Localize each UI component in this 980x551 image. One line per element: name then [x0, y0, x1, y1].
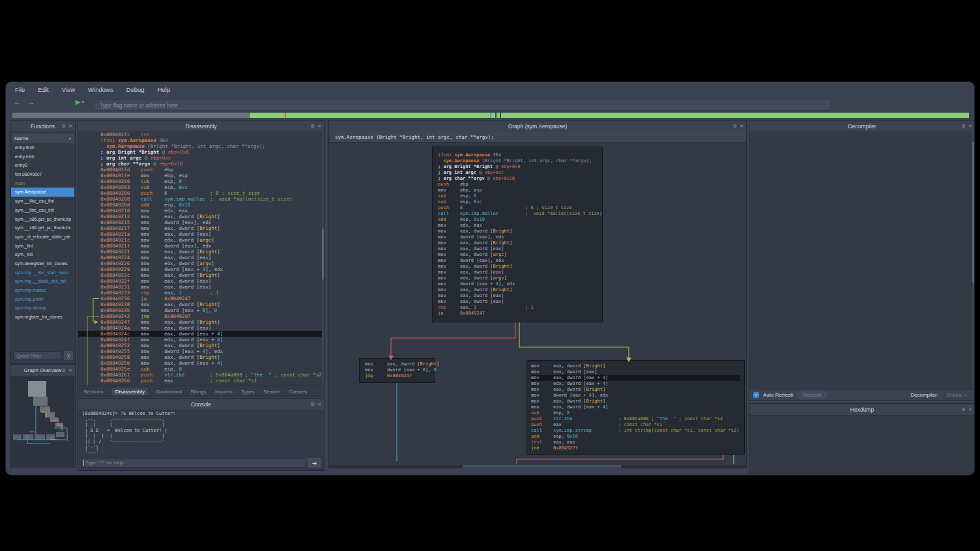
function-item[interactable]: sym.imp.__stack_chk_fail: [11, 277, 74, 286]
asm-line[interactable]: ; arg int argc @ ebp+0xc: [78, 155, 324, 161]
asm-line[interactable]: ; arg int argc @ ebp+0xc: [438, 170, 597, 176]
console-send-button[interactable]: ➔: [308, 458, 321, 468]
asm-line[interactable]: 0x0804921cmovedx, dword [argc]: [78, 237, 324, 243]
menu-item-edit[interactable]: Edit: [38, 86, 48, 93]
asm-line[interactable]: 0x08049200subesp, 8: [78, 178, 324, 184]
asm-line[interactable]: 0x0804923bmovdword [eax + 8], 0: [78, 307, 324, 313]
close-icon[interactable]: ✕: [68, 124, 72, 129]
graph-canvas[interactable]: (fcn) sym.Aeropause 364 sym.Aeropause (B…: [330, 142, 745, 464]
asm-line[interactable]: 0x08049226movedx, dword [argv]: [78, 261, 324, 266]
function-item[interactable]: sym.register_tm_clones: [11, 313, 74, 322]
asm-line[interactable]: 0x080491femovebp, esp: [78, 173, 324, 178]
asm-line[interactable]: 0x08049261pushstr.the; 0x804a008 ; "the …: [78, 372, 324, 378]
asm-line[interactable]: subesp, 8: [531, 410, 740, 416]
asm-line[interactable]: ; arg Bright *Bright @ ebp+0x8: [438, 164, 597, 170]
asm-line[interactable]: 0x08049221moveax, dword [Bright]: [78, 249, 324, 255]
asm-line[interactable]: 0x080491fcret: [78, 132, 324, 137]
asm-line[interactable]: 0x08049203subesp, 0xc: [78, 184, 324, 190]
asm-line[interactable]: moveax, dword [eax]: [438, 293, 597, 299]
tab-search[interactable]: Search: [263, 389, 280, 395]
asm-line[interactable]: ; arg Bright *Bright @ ebp+0x8: [78, 149, 324, 155]
asm-line[interactable]: moveax, dword [eax]: [438, 270, 597, 276]
asm-line[interactable]: (fcn) sym.Aeropause 364: [78, 137, 324, 143]
asm-line[interactable]: movdword [eax + 8], 0: [365, 367, 429, 373]
menu-item-view[interactable]: View: [62, 86, 75, 93]
tab-classes[interactable]: Classes: [288, 389, 306, 395]
asm-line[interactable]: addesp, 0x10: [438, 217, 597, 223]
close-icon[interactable]: ✕: [968, 124, 972, 129]
function-item[interactable]: main: [11, 179, 74, 188]
auto-refresh-checkbox[interactable]: ✓: [753, 392, 759, 398]
asm-line[interactable]: 0x0804922fmoveax, dword [eax]: [78, 278, 324, 284]
asm-line[interactable]: 0x08049242jmp0x80492d7: [78, 313, 324, 319]
asm-line[interactable]: 0x08049247moveax, dword [Bright]: [78, 319, 324, 325]
gear-icon[interactable]: ⚙: [62, 368, 66, 373]
function-item[interactable]: sym.imp.__libc_start_main: [11, 268, 74, 277]
quick-filter-input[interactable]: Quick Filter: [13, 351, 61, 360]
asm-line[interactable]: moveax, dword [eax]: [438, 246, 597, 252]
function-item[interactable]: sym.imp.printf: [11, 295, 74, 304]
asm-line[interactable]: 0x08049215movdword [eax], edx: [78, 219, 324, 225]
asm-line[interactable]: 0x0804925esubesp, 8: [78, 366, 324, 372]
close-icon[interactable]: ✕: [68, 368, 72, 373]
asm-line[interactable]: 0x08049206push8; 8 ; size_t size: [78, 190, 324, 196]
asm-line[interactable]: 0x0804922cmoveax, dword [Bright]: [78, 272, 324, 278]
disassembly-panel-title[interactable]: Disassembly ⚙✕: [78, 120, 324, 132]
quick-filter-clear-button[interactable]: X: [64, 351, 73, 360]
asm-line[interactable]: moveax, dword [Bright]: [531, 399, 740, 404]
close-icon[interactable]: ✕: [317, 402, 321, 407]
close-icon[interactable]: ✕: [317, 124, 321, 129]
debug-start-button[interactable]: ▶▾: [76, 98, 84, 106]
function-item[interactable]: sym.__x86.get_pc_thunk.bp: [11, 215, 74, 224]
asm-line[interactable]: cmpeax, 1; 1: [438, 305, 597, 311]
asm-line[interactable]: movdword [eax], edx: [438, 234, 597, 240]
asm-line[interactable]: pushebp: [438, 182, 597, 188]
function-item[interactable]: sym.Aeropause: [11, 188, 74, 197]
tab-types[interactable]: Types: [241, 389, 255, 395]
asm-line[interactable]: 0x08049229movdword [eax + 4], edx: [78, 266, 324, 272]
graph-node-entry[interactable]: (fcn) sym.Aeropause 364 sym.Aeropause (B…: [432, 147, 603, 322]
asm-line[interactable]: jne0x804927f: [531, 445, 740, 451]
gear-icon[interactable]: ⚙: [733, 124, 737, 129]
function-item[interactable]: sym._dl_relocate_static_pie: [11, 233, 74, 242]
function-item[interactable]: sym.deregister_tm_clones: [11, 259, 74, 268]
asm-line[interactable]: jmp0x80492d7: [365, 373, 429, 379]
asm-line[interactable]: addesp, 0x10: [531, 434, 740, 440]
asm-line[interactable]: 0x0804921amoveax, dword [eax]: [78, 231, 324, 237]
function-item[interactable]: fcn.080490c7: [11, 170, 74, 179]
graph-node-true-branch[interactable]: moveax, dword [Bright]moveax, dword [eax…: [526, 360, 745, 455]
close-icon[interactable]: ✕: [968, 407, 972, 412]
function-item[interactable]: sym.__libc_csu_init: [11, 206, 74, 215]
asm-line[interactable]: pusheax; const char *s1: [531, 422, 740, 428]
decompiler-scrollbar[interactable]: [972, 132, 975, 389]
function-item[interactable]: sym.imp.strcmp: [11, 304, 74, 313]
asm-line[interactable]: movedx, dword [argc]: [438, 252, 597, 258]
asm-line[interactable]: moveax, dword [eax]: [531, 369, 740, 375]
function-item[interactable]: entry.fini0: [11, 143, 74, 152]
asm-line[interactable]: movdword [eax + 4], edx: [531, 393, 740, 399]
asm-line[interactable]: moveax, dword [eax]: [438, 299, 597, 305]
asm-line[interactable]: movdword [eax], edx: [438, 258, 597, 264]
hexdump-panel-title[interactable]: Hexdump ⚙✕: [749, 404, 975, 416]
asm-line[interactable]: 0x08049258moveax, dword [Bright]: [78, 354, 324, 360]
asm-line[interactable]: 0x0804924amoveax, dword [eax]: [78, 325, 324, 331]
asm-line[interactable]: sym.Aeropause (Bright *Bright, int argc,…: [438, 158, 597, 164]
asm-line[interactable]: ja0x8049247: [438, 311, 597, 317]
graph-horizontal-scrollbar[interactable]: [330, 465, 745, 468]
gear-icon[interactable]: ⚙: [62, 124, 66, 129]
functions-panel-title[interactable]: Functions ⚙✕: [10, 120, 75, 132]
close-icon[interactable]: ✕: [740, 124, 743, 129]
asm-line[interactable]: movebp, esp: [438, 188, 597, 193]
function-item[interactable]: sym.imp.malloc: [11, 286, 74, 295]
asm-line[interactable]: pushstr.the; 0x804a008 ; "the " ; const …: [531, 416, 740, 422]
gear-icon[interactable]: ⚙: [962, 124, 966, 129]
graph-overview-minimap[interactable]: [11, 376, 74, 467]
function-item[interactable]: entry.init0: [11, 152, 74, 162]
asm-line[interactable]: 0x08049231moveax, dword [eax]: [78, 284, 324, 290]
asm-line[interactable]: moveax, dword [Bright]: [365, 361, 429, 367]
memory-map-bar[interactable]: [12, 113, 969, 118]
menu-item-help[interactable]: Help: [158, 86, 171, 93]
asm-line[interactable]: moveax, dword [Bright]: [438, 264, 597, 270]
asm-line[interactable]: movedx, eax: [438, 223, 597, 229]
menu-item-windows[interactable]: Windows: [88, 86, 113, 93]
